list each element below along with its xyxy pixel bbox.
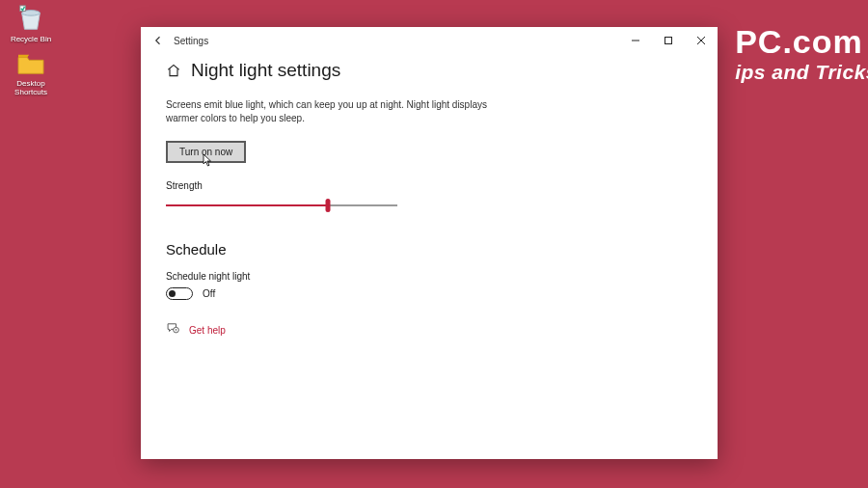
settings-window: Settings Night light settings Screens em…: [141, 27, 718, 459]
schedule-toggle-label: Schedule night light: [166, 271, 692, 282]
minimize-button[interactable]: [619, 27, 652, 54]
close-icon: [696, 36, 706, 45]
page-title: Night light settings: [191, 60, 340, 81]
titlebar: Settings: [141, 27, 718, 54]
cursor-icon: [203, 153, 212, 167]
desktop-icon-shortcuts[interactable]: Desktop Shortcuts: [2, 52, 60, 96]
home-icon[interactable]: [166, 63, 181, 78]
desktop-icon-recycle-bin[interactable]: Recycle Bin: [2, 4, 60, 43]
schedule-toggle[interactable]: [166, 287, 193, 300]
recycle-bin-icon: [16, 4, 45, 33]
strength-label: Strength: [166, 180, 692, 191]
minimize-icon: [631, 36, 640, 45]
folder-icon: [16, 52, 45, 77]
turn-on-now-button[interactable]: Turn on now: [166, 141, 246, 163]
strength-slider[interactable]: [166, 199, 397, 212]
get-help-link[interactable]: Get help: [189, 325, 226, 336]
maximize-button[interactable]: [652, 27, 685, 54]
desktop-icon-label: Recycle Bin: [2, 35, 60, 43]
watermark: PC.com ips and Tricks: [735, 23, 868, 84]
maximize-icon: [664, 36, 673, 45]
schedule-heading: Schedule: [166, 241, 692, 258]
svg-rect-3: [665, 38, 672, 44]
slider-thumb[interactable]: [326, 199, 331, 212]
desktop-icon-label: Desktop Shortcuts: [2, 79, 60, 96]
back-button[interactable]: [149, 31, 168, 50]
close-button[interactable]: [685, 27, 718, 54]
window-title: Settings: [174, 36, 208, 46]
toggle-state: Off: [203, 288, 215, 299]
chat-help-icon: [166, 321, 179, 339]
description-text: Screens emit blue light, which can keep …: [166, 98, 494, 125]
